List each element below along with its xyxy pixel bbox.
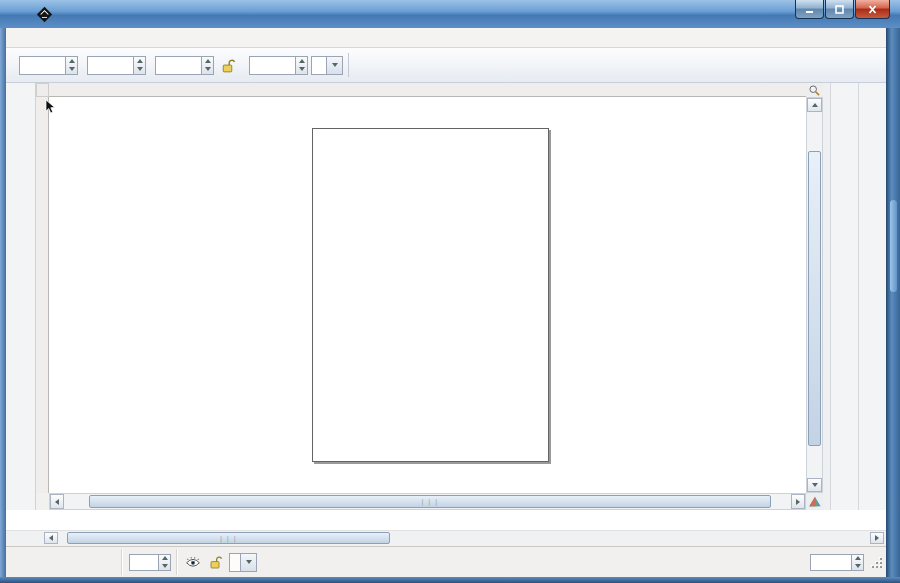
h-field[interactable] [249,56,295,75]
window-border [886,28,900,577]
menubar [6,28,886,48]
window-border [0,577,900,583]
opacity-field[interactable] [129,554,159,571]
palette-scroll-left-button[interactable] [44,532,58,544]
y-spinner[interactable] [133,56,146,75]
horizontal-ruler[interactable] [49,83,806,97]
commands-bar [830,83,858,510]
inkscape-logo-icon [36,6,53,23]
unit-combobox[interactable] [311,56,343,75]
magnifier-icon [806,83,823,97]
lock-ratio-button[interactable] [216,54,238,76]
y-field[interactable] [87,56,133,75]
toolbox [6,83,36,510]
ruler-corner [36,83,49,97]
cursor-coordinates [788,550,800,574]
minimize-button[interactable] [795,0,824,19]
selector-toolbar [6,48,886,83]
layer-selector[interactable] [229,553,257,572]
window-border [0,28,6,577]
zoom-field[interactable] [810,554,852,571]
close-button[interactable] [855,0,890,19]
w-field[interactable] [155,56,201,75]
statusbar [6,546,886,577]
scroll-up-button[interactable] [807,98,822,112]
chevron-down-icon[interactable] [240,554,256,571]
scroll-left-button[interactable] [50,494,64,509]
layer-visibility-eye-icon[interactable] [183,553,203,572]
vertical-scroll-thumb[interactable] [808,151,821,446]
inkscape-window: ❘❘❘ ❘❘❘ [0,0,900,583]
palette-scrollbar[interactable]: ❘❘❘ [6,530,886,546]
scroll-down-button[interactable] [807,478,822,492]
layer-lock-icon[interactable] [205,553,225,572]
snap-toolbar [858,83,886,510]
x-field[interactable] [19,56,65,75]
canvas[interactable] [49,97,806,493]
resize-grip[interactable] [870,556,882,568]
x-spinner[interactable] [65,56,78,75]
vertical-scrollbar[interactable] [806,97,823,493]
horizontal-scrollbar[interactable]: ❘❘❘ [49,493,806,510]
color-palette [6,510,886,530]
window-border [890,200,897,292]
scroll-right-button[interactable] [791,494,805,509]
maximize-button[interactable] [825,0,854,19]
zoom-spinner[interactable] [852,554,864,571]
opacity-spinner[interactable] [159,554,171,571]
chevron-down-icon[interactable] [326,57,342,74]
h-spinner[interactable] [295,56,308,75]
horizontal-scroll-thumb[interactable]: ❘❘❘ [89,495,771,508]
document-page [312,128,549,462]
color-management-icon[interactable] [806,493,823,510]
palette-scroll-right-button[interactable] [870,532,884,544]
w-spinner[interactable] [201,56,214,75]
vertical-ruler[interactable] [36,97,49,493]
pointer-cursor [44,99,57,114]
palette-scroll-thumb[interactable]: ❘❘❘ [67,532,390,544]
titlebar[interactable] [0,0,900,28]
main-area: ❘❘❘ [6,83,886,510]
